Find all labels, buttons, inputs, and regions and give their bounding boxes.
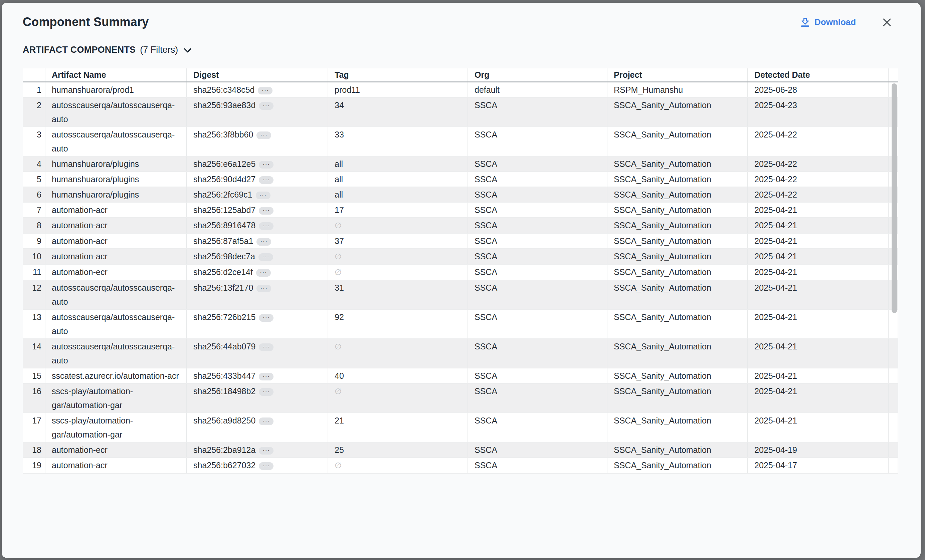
cell-org: SSCA xyxy=(468,156,607,171)
digest-value: sha256:b627032 xyxy=(193,461,255,470)
table-row: 6humanshuarora/pluginssha256:2fc69c1···a… xyxy=(23,187,898,203)
digest-ellipsis-badge[interactable]: ··· xyxy=(259,373,274,380)
cell-artifact: automation-ecr xyxy=(45,443,187,457)
cell-num: 19 xyxy=(23,458,45,473)
cell-org: SSCA xyxy=(468,339,607,368)
cell-date: 2025-04-21 xyxy=(748,310,889,338)
cell-org: SSCA xyxy=(468,384,607,413)
digest-ellipsis-badge[interactable]: ··· xyxy=(259,447,274,455)
table-row: 13autosscauserqa/autosscauserqa-autosha2… xyxy=(23,310,898,339)
digest-value: sha256:c348c5d xyxy=(193,85,255,95)
empty-tag-glyph: ∅ xyxy=(334,342,342,351)
cell-digest: sha256:93ae83d··· xyxy=(187,98,328,126)
cell-digest: sha256:d2ce14f··· xyxy=(187,265,328,280)
digest-ellipsis-badge[interactable]: ··· xyxy=(256,269,271,277)
table-row: 19automation-acrsha256:b627032···∅SSCASS… xyxy=(23,458,898,474)
table-row: 14autosscauserqa/autosscauserqa-autosha2… xyxy=(23,339,898,368)
digest-ellipsis-badge[interactable]: ··· xyxy=(259,222,274,230)
cell-num: 14 xyxy=(23,339,45,368)
artifact-components-header[interactable]: ARTIFACT COMPONENTS (7 Filters) xyxy=(23,44,192,56)
cell-artifact: autosscauserqa/autosscauserqa-auto xyxy=(45,339,187,368)
cell-num: 5 xyxy=(23,172,45,186)
digest-ellipsis-badge[interactable]: ··· xyxy=(258,87,273,95)
cell-project: SSCA_Sanity_Automation xyxy=(607,203,748,217)
cell-artifact: automation-acr xyxy=(45,218,187,233)
digest-ellipsis-badge[interactable]: ··· xyxy=(259,176,274,184)
cell-num: 17 xyxy=(23,413,45,442)
table-body: 1humanshuarora/prod1sha256:c348c5d···pro… xyxy=(23,83,898,474)
cell-org: SSCA xyxy=(468,310,607,338)
digest-value: sha256:93ae83d xyxy=(193,101,255,110)
digest-ellipsis-badge[interactable]: ··· xyxy=(259,388,274,396)
cell-project: SSCA_Sanity_Automation xyxy=(607,413,748,442)
cell-project: SSCA_Sanity_Automation xyxy=(607,368,748,383)
column-header: Project xyxy=(607,68,748,81)
empty-tag-glyph: ∅ xyxy=(334,252,342,261)
digest-ellipsis-badge[interactable]: ··· xyxy=(259,417,274,425)
cell-artifact: sscatest.azurecr.io/automation-acr xyxy=(45,368,187,383)
cell-artifact: autosscauserqa/autosscauserqa-auto xyxy=(45,127,187,156)
cell-tag: 17 xyxy=(328,203,468,217)
digest-ellipsis-badge[interactable]: ··· xyxy=(256,192,271,199)
cell-digest: sha256:87af5a1··· xyxy=(187,234,328,248)
digest-ellipsis-badge[interactable]: ··· xyxy=(259,102,274,110)
cell-date: 2025-04-21 xyxy=(748,413,889,442)
empty-tag-glyph: ∅ xyxy=(334,461,342,470)
cell-project: SSCA_Sanity_Automation xyxy=(607,218,748,233)
digest-value: sha256:18498b2 xyxy=(193,386,255,396)
column-header: Org xyxy=(468,68,607,81)
cell-org: SSCA xyxy=(468,413,607,442)
cell-org: SSCA xyxy=(468,249,607,264)
digest-value: sha256:8916478 xyxy=(193,221,255,230)
cell-project: SSCA_Sanity_Automation xyxy=(607,458,748,473)
digest-value: sha256:726b215 xyxy=(193,312,255,322)
cell-date: 2025-04-21 xyxy=(748,368,889,383)
digest-ellipsis-badge[interactable]: ··· xyxy=(259,462,274,470)
cell-num: 7 xyxy=(23,203,45,217)
digest-ellipsis-badge[interactable]: ··· xyxy=(256,238,271,246)
cell-tag: 37 xyxy=(328,234,468,248)
table-right-border xyxy=(898,83,898,474)
cell-date: 2025-04-22 xyxy=(748,187,889,202)
close-button[interactable] xyxy=(881,16,893,29)
digest-ellipsis-badge[interactable]: ··· xyxy=(259,161,274,168)
download-button[interactable]: Download xyxy=(800,15,856,29)
vertical-scrollbar-thumb[interactable] xyxy=(892,83,897,313)
cell-artifact: humanshuarora/plugins xyxy=(45,187,187,202)
cell-date: 2025-04-21 xyxy=(748,249,889,264)
table-row: 12autosscauserqa/autosscauserqa-autosha2… xyxy=(23,280,898,310)
cell-org: SSCA xyxy=(468,265,607,280)
column-header: Tag xyxy=(328,68,468,81)
cell-digest: sha256:2fc69c1··· xyxy=(187,187,328,202)
table-row: 2autosscauserqa/autosscauserqa-autosha25… xyxy=(23,98,898,127)
cell-date: 2025-04-19 xyxy=(748,443,889,457)
download-icon xyxy=(800,17,810,27)
digest-value: sha256:87af5a1 xyxy=(193,236,253,246)
digest-ellipsis-badge[interactable]: ··· xyxy=(256,285,271,292)
cell-num: 8 xyxy=(23,218,45,233)
cell-project: SSCA_Sanity_Automation xyxy=(607,249,748,264)
cell-tag: ∅ xyxy=(328,384,468,413)
cell-digest: sha256:726b215··· xyxy=(187,310,328,338)
cell-project: SSCA_Sanity_Automation xyxy=(607,172,748,186)
cell-artifact: automation-acr xyxy=(45,249,187,264)
table-row: 10automation-acrsha256:98dec7a···∅SSCASS… xyxy=(23,249,898,265)
cell-tag: 34 xyxy=(328,98,468,126)
download-label: Download xyxy=(815,17,856,27)
cell-tag: all xyxy=(328,172,468,186)
cell-artifact: sscs-play/automation-gar/automation-gar xyxy=(45,413,187,442)
digest-ellipsis-badge[interactable]: ··· xyxy=(256,132,271,139)
table-row: 1humanshuarora/prod1sha256:c348c5d···pro… xyxy=(23,83,898,98)
empty-tag-glyph: ∅ xyxy=(334,268,342,277)
section-title: ARTIFACT COMPONENTS xyxy=(23,45,136,55)
digest-ellipsis-badge[interactable]: ··· xyxy=(259,207,274,215)
cell-date: 2025-04-22 xyxy=(748,172,889,186)
cell-num: 15 xyxy=(23,368,45,383)
cell-tag: 40 xyxy=(328,368,468,383)
cell-tag: all xyxy=(328,187,468,202)
cell-artifact: humanshuarora/plugins xyxy=(45,156,187,171)
digest-ellipsis-badge[interactable]: ··· xyxy=(259,344,274,351)
cell-digest: sha256:98dec7a··· xyxy=(187,249,328,264)
digest-ellipsis-badge[interactable]: ··· xyxy=(259,314,274,322)
digest-ellipsis-badge[interactable]: ··· xyxy=(258,253,273,261)
